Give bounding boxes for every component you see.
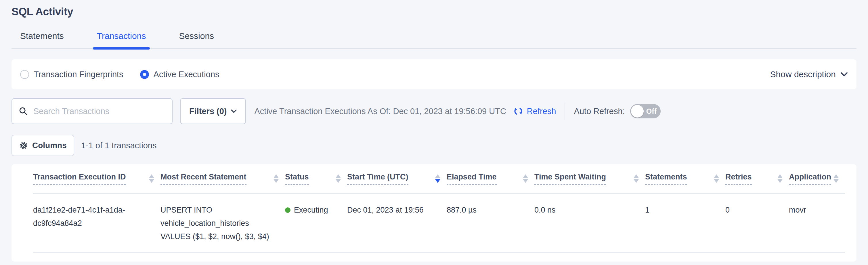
filters-button[interactable]: Filters (0) xyxy=(180,98,246,124)
sort-control[interactable] xyxy=(777,174,782,183)
toolbar: Filters (0) Active Transaction Execution… xyxy=(11,98,857,125)
tab-statements[interactable]: Statements xyxy=(20,31,64,48)
radio-selected-icon[interactable] xyxy=(140,70,149,79)
cell-statements: 1 xyxy=(645,203,725,217)
radio-active-executions[interactable]: Active Executions xyxy=(140,70,219,79)
table-row: da1f21e2-de71-4c1f-a1da-dc9fc94a84a2 UPS… xyxy=(11,193,857,252)
auto-refresh-toggle[interactable]: Off xyxy=(630,104,661,118)
cell-application: movr xyxy=(789,203,845,217)
sort-control[interactable] xyxy=(274,174,279,183)
tab-sessions[interactable]: Sessions xyxy=(179,31,214,48)
gear-icon xyxy=(19,141,28,150)
table-controls: Columns 1-1 of 1 transactions xyxy=(11,135,857,156)
cell-retries: 0 xyxy=(725,203,789,217)
search-input[interactable] xyxy=(33,107,166,116)
sort-control-active-desc[interactable] xyxy=(435,174,440,183)
view-options-card: Transaction Fingerprints Active Executio… xyxy=(11,59,857,89)
chevron-down-icon xyxy=(840,72,848,77)
sort-control[interactable] xyxy=(149,174,154,183)
radio-label: Transaction Fingerprints xyxy=(34,70,123,79)
cell-most-recent-statement: UPSERT INTO vehicle_location_histories V… xyxy=(160,203,285,243)
refresh-label: Refresh xyxy=(527,107,556,116)
sort-control[interactable] xyxy=(834,174,839,183)
cell-elapsed-time: 887.0 µs xyxy=(447,203,534,217)
column-header-most-recent-statement[interactable]: Most Recent Statement xyxy=(160,173,285,185)
show-description-label: Show description xyxy=(770,70,836,79)
row-divider xyxy=(33,252,845,253)
radio-label: Active Executions xyxy=(154,70,219,79)
toggle-knob[interactable] xyxy=(631,105,644,117)
column-header-time-spent-waiting[interactable]: Time Spent Waiting xyxy=(534,173,645,185)
results-count: 1-1 of 1 transactions xyxy=(81,141,157,150)
column-header-transaction-execution-id[interactable]: Transaction Execution ID xyxy=(33,173,160,185)
search-box[interactable] xyxy=(11,98,173,124)
column-header-start-time[interactable]: Start Time (UTC) xyxy=(347,173,447,185)
page-title: SQL Activity xyxy=(11,0,857,18)
toolbar-divider xyxy=(565,103,565,120)
status-executing-dot-icon xyxy=(285,207,290,213)
column-header-statements[interactable]: Statements xyxy=(645,173,725,185)
columns-button[interactable]: Columns xyxy=(11,135,74,156)
chevron-down-icon xyxy=(231,109,237,113)
sql-activity-page: SQL Activity Statements Transactions Ses… xyxy=(0,0,868,265)
table-header-row: Transaction Execution ID Most Recent Sta… xyxy=(11,164,857,193)
refresh-button[interactable]: Refresh xyxy=(513,106,556,116)
transactions-table: Transaction Execution ID Most Recent Sta… xyxy=(11,164,857,262)
cell-start-time: Dec 01, 2023 at 19:56 xyxy=(347,203,447,217)
sort-control[interactable] xyxy=(633,174,639,183)
cell-status: Executing xyxy=(285,203,347,217)
column-header-application[interactable]: Application xyxy=(789,173,845,185)
search-icon xyxy=(19,106,28,116)
filters-label: Filters (0) xyxy=(189,107,227,116)
status-label: Executing xyxy=(294,203,328,217)
sort-control[interactable] xyxy=(336,174,341,183)
column-header-status[interactable]: Status xyxy=(285,173,347,185)
cell-time-spent-waiting: 0.0 ns xyxy=(534,203,645,217)
column-header-retries[interactable]: Retries xyxy=(725,173,789,185)
show-description-toggle[interactable]: Show description xyxy=(770,70,848,79)
toggle-state-label: Off xyxy=(646,104,657,118)
columns-label: Columns xyxy=(32,141,67,150)
refresh-icon xyxy=(513,106,523,116)
tab-transactions[interactable]: Transactions xyxy=(97,31,146,48)
cell-transaction-execution-id[interactable]: da1f21e2-de71-4c1f-a1da-dc9fc94a84a2 xyxy=(33,203,160,230)
as-of-timestamp: Active Transaction Executions As Of: Dec… xyxy=(254,107,506,116)
auto-refresh-control: Auto Refresh: Off xyxy=(574,104,660,118)
auto-refresh-label: Auto Refresh: xyxy=(574,107,625,116)
sort-control[interactable] xyxy=(714,174,719,183)
column-header-elapsed-time[interactable]: Elapsed Time xyxy=(447,173,534,185)
radio-unselected-icon[interactable] xyxy=(20,70,29,79)
radio-transaction-fingerprints[interactable]: Transaction Fingerprints xyxy=(20,70,123,79)
tab-bar: Statements Transactions Sessions xyxy=(11,31,857,49)
sort-control[interactable] xyxy=(523,174,528,183)
